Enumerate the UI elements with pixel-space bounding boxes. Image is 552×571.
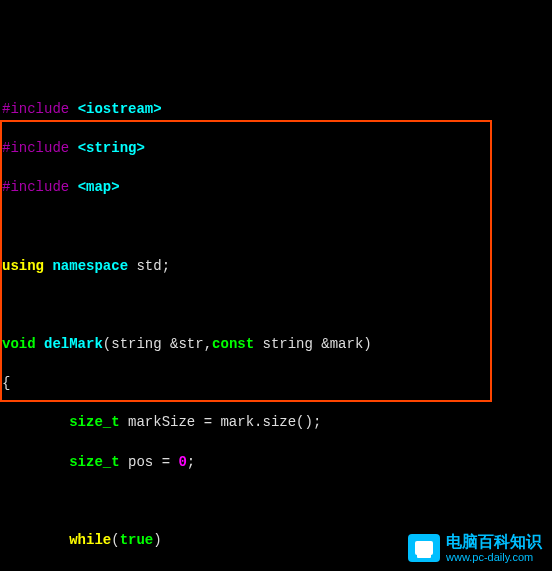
- type: void: [2, 336, 44, 352]
- param-type: string: [111, 336, 170, 352]
- operator: =: [204, 414, 221, 430]
- identifier: pos: [128, 454, 162, 470]
- include-header: <string>: [78, 140, 145, 156]
- param-name: mark: [330, 336, 364, 352]
- type: size_t: [69, 454, 128, 470]
- semicolon: ;: [187, 454, 195, 470]
- number: 0: [178, 454, 186, 470]
- paren: (: [103, 336, 111, 352]
- code-line: void delMark(string &str,const string &m…: [2, 335, 550, 355]
- identifier: mark: [220, 414, 254, 430]
- keyword: const: [212, 336, 262, 352]
- indent: [2, 532, 69, 548]
- code-editor: #include <iostream> #include <string> #i…: [0, 78, 552, 571]
- operator: &: [321, 336, 329, 352]
- code-line: size_t pos = 0;: [2, 453, 550, 473]
- watermark-title: 电脑百科知识: [446, 533, 542, 551]
- include-header: <map>: [78, 179, 120, 195]
- operator: ;: [162, 258, 170, 274]
- indent: [2, 454, 69, 470]
- computer-icon: [408, 534, 440, 562]
- code-line: #include <map>: [2, 178, 550, 198]
- comma: ,: [204, 336, 212, 352]
- code-line: size_t markSize = mark.size();: [2, 413, 550, 433]
- operator: =: [162, 454, 179, 470]
- code-line-blank: [2, 296, 550, 316]
- watermark: 电脑百科知识 www.pc-daily.com: [408, 533, 542, 563]
- code-line-blank: [2, 492, 550, 512]
- paren: ): [153, 532, 161, 548]
- preprocessor: #include: [2, 140, 78, 156]
- identifier: markSize: [128, 414, 204, 430]
- param-type: string: [263, 336, 322, 352]
- code-line: using namespace std;: [2, 257, 550, 277]
- preprocessor: #include: [2, 101, 78, 117]
- code-line: {: [2, 374, 550, 394]
- include-header: <iostream>: [78, 101, 162, 117]
- method: size: [262, 414, 296, 430]
- paren: (: [111, 532, 119, 548]
- identifier: std: [136, 258, 161, 274]
- watermark-text: 电脑百科知识 www.pc-daily.com: [446, 533, 542, 563]
- keyword: using: [2, 258, 52, 274]
- keyword: while: [69, 532, 111, 548]
- code-line: #include <string>: [2, 139, 550, 159]
- preprocessor: #include: [2, 179, 78, 195]
- code-line-blank: [2, 218, 550, 238]
- keyword: namespace: [52, 258, 136, 274]
- operator: ();: [296, 414, 321, 430]
- param-name: str: [178, 336, 203, 352]
- paren: ): [363, 336, 371, 352]
- code-line: #include <iostream>: [2, 100, 550, 120]
- watermark-url: www.pc-daily.com: [446, 551, 542, 563]
- indent: [2, 414, 69, 430]
- function-name: delMark: [44, 336, 103, 352]
- type: size_t: [69, 414, 128, 430]
- boolean: true: [120, 532, 154, 548]
- brace: {: [2, 375, 10, 391]
